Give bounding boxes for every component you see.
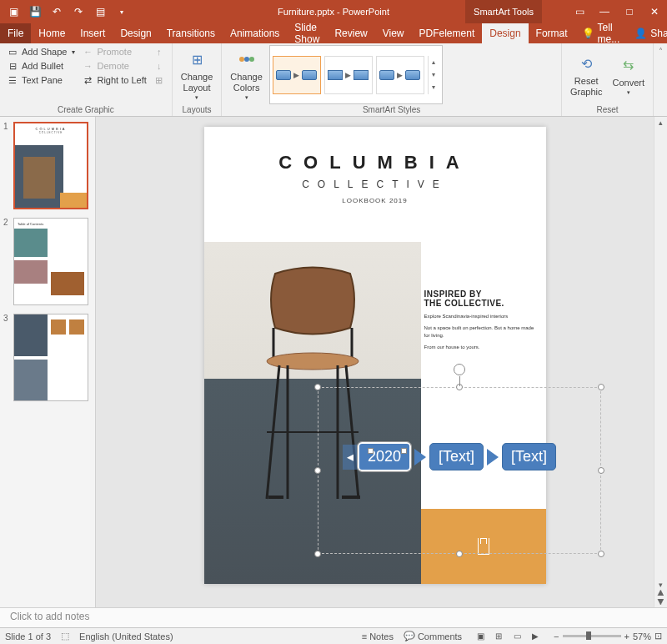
text-pane-toggle-icon[interactable]: ◂	[343, 445, 358, 470]
share-label: Share	[650, 28, 667, 39]
add-bullet-button[interactable]: ⊟Add Bullet	[5, 59, 77, 73]
redo-icon[interactable]: ↷	[70, 3, 87, 20]
title-bar: ▣ 💾 ↶ ↷ ▤ ▾ Furniture.pptx - PowerPoint …	[0, 0, 667, 23]
group-reset: ⟲ Reset Graphic ⇆ Convert ▾ Reset	[562, 43, 654, 116]
undo-icon[interactable]: ↶	[48, 3, 65, 20]
demote-button[interactable]: →Demote	[80, 59, 148, 73]
side-text-block[interactable]: INSPIRED BY THE COLLECTIVE. Explore Scan…	[424, 289, 541, 351]
smartart-style-gallery[interactable]: ▶ ▶ ▶ ▴▾▾	[269, 45, 443, 104]
style-item-3[interactable]: ▶	[376, 56, 424, 94]
maximize-icon[interactable]: □	[617, 0, 642, 23]
vertical-scrollbar[interactable]: ▴ ▾ ⯅ ⯆	[654, 117, 667, 607]
slide-thumbnail-panel[interactable]: 1 COLUMBIA COLLECTIVE 2 Table of Content…	[0, 117, 96, 607]
minimize-icon[interactable]: —	[592, 0, 617, 23]
thumbnail-2[interactable]: Table of Contents	[13, 218, 88, 305]
thumbnail-1[interactable]: COLUMBIA COLLECTIVE	[13, 122, 88, 209]
tab-pdfelement[interactable]: PDFelement	[412, 23, 483, 43]
tab-file[interactable]: File	[0, 23, 31, 43]
zoom-in-icon[interactable]: +	[624, 631, 629, 641]
right-to-left-button[interactable]: ⇄Right to Left	[80, 73, 148, 87]
thumb-number: 2	[3, 218, 10, 305]
scroll-up-icon[interactable]: ▴	[659, 118, 663, 127]
tab-animations[interactable]: Animations	[223, 23, 287, 43]
share-button[interactable]: 👤 Share	[626, 23, 667, 43]
move-down-icon: ↓	[153, 60, 165, 72]
notes-toggle[interactable]: ≡Notes	[362, 631, 394, 641]
comments-toggle[interactable]: 💬Comments	[404, 631, 462, 641]
demote-label: Demote	[97, 61, 129, 71]
window-controls: ▭ — □ ✕	[567, 0, 667, 23]
tab-home[interactable]: Home	[31, 23, 73, 43]
start-from-beginning-icon[interactable]: ▤	[92, 3, 108, 20]
change-colors-button[interactable]: Change Colors ▾	[227, 45, 266, 104]
tab-design[interactable]: Design	[113, 23, 158, 43]
close-icon[interactable]: ✕	[642, 0, 667, 23]
zoom-slider[interactable]	[563, 635, 621, 637]
move-up-button[interactable]: ↑	[152, 45, 167, 58]
quick-access-toolbar: ▣ 💾 ↶ ↷ ▤ ▾	[0, 3, 130, 20]
add-shape-button[interactable]: ▭Add Shape▾	[5, 45, 77, 58]
reading-view-icon[interactable]: ▭	[509, 630, 525, 643]
slide-subtitle[interactable]: COLLECTIVE	[204, 174, 546, 190]
scroll-down-icon[interactable]: ▾	[659, 581, 663, 589]
prev-slide-icon[interactable]: ⯅	[657, 589, 664, 597]
fit-to-window-icon[interactable]: ⊡	[654, 631, 662, 641]
normal-view-icon[interactable]: ▣	[472, 630, 489, 643]
thumbnail-3[interactable]	[13, 314, 88, 401]
smartart-node-2[interactable]: [Text]	[429, 443, 484, 470]
save-icon[interactable]: 💾	[27, 3, 43, 20]
slideshow-view-icon[interactable]: ▶	[527, 630, 544, 643]
reset-graphic-label: Reset Graphic	[570, 76, 603, 96]
slide-canvas[interactable]: COLUMBIA COLLECTIVE LOOKBOOK 2019 INSPIR…	[96, 117, 654, 607]
ribbon-options-icon[interactable]: ▭	[567, 0, 592, 23]
notes-pane[interactable]: Click to add notes	[0, 607, 667, 627]
smartart-graphic[interactable]: ◂ 2020 [Text] [Text]	[343, 437, 601, 482]
rtl-label: Right to Left	[97, 75, 146, 85]
tab-transitions[interactable]: Transitions	[159, 23, 223, 43]
lightbulb-icon: 💡	[582, 28, 594, 39]
spellcheck-icon[interactable]: ⬚	[61, 631, 69, 641]
ribbon: ▭Add Shape▾ ⊟Add Bullet ☰Text Pane ←Prom…	[0, 43, 667, 117]
tell-me-search[interactable]: 💡 Tell me...	[575, 23, 627, 43]
zoom-percent[interactable]: 57%	[633, 631, 651, 641]
next-slide-icon[interactable]: ⯆	[657, 597, 664, 606]
sorter-view-icon[interactable]: ⊞	[490, 630, 507, 643]
slide-counter[interactable]: Slide 1 of 3	[5, 631, 51, 641]
promote-button[interactable]: ←Promote	[80, 45, 148, 58]
smartart-node-3[interactable]: [Text]	[502, 443, 556, 470]
language-status[interactable]: English (United States)	[79, 631, 173, 641]
style-item-1[interactable]: ▶	[273, 56, 321, 94]
change-layout-button[interactable]: ⊞ Change Layout ▾	[178, 45, 217, 104]
layout-button[interactable]: ⊞	[152, 73, 167, 87]
view-buttons: ▣ ⊞ ▭ ▶	[472, 630, 544, 643]
qat-dropdown-icon[interactable]: ▾	[113, 3, 130, 20]
app-icon: ▣	[5, 3, 22, 20]
tab-view[interactable]: View	[375, 23, 412, 43]
tab-smartart-design[interactable]: Design	[482, 23, 528, 43]
promote-label: Promote	[97, 47, 132, 57]
status-bar: Slide 1 of 3 ⬚ English (United States) ≡…	[0, 627, 667, 644]
rotation-handle-icon[interactable]	[454, 364, 465, 375]
reset-graphic-button[interactable]: ⟲ Reset Graphic	[567, 45, 606, 104]
main-area: 1 COLUMBIA COLLECTIVE 2 Table of Content…	[0, 117, 667, 607]
slide-lookbook[interactable]: LOOKBOOK 2019	[204, 190, 546, 204]
slide-title[interactable]: COLUMBIA	[204, 127, 546, 174]
smartart-arrow-icon	[414, 449, 426, 465]
layout-dir-icon: ⊞	[153, 74, 165, 86]
style-item-2[interactable]: ▶	[324, 56, 373, 94]
tab-slideshow[interactable]: Slide Show	[287, 23, 327, 43]
tab-smartart-format[interactable]: Format	[529, 23, 575, 43]
smartart-tools-label: SmartArt Tools	[465, 0, 542, 23]
tab-review[interactable]: Review	[327, 23, 374, 43]
group-layouts: ⊞ Change Layout ▾ Layouts	[173, 43, 223, 116]
zoom-out-icon[interactable]: −	[554, 631, 559, 641]
text-pane-button[interactable]: ☰Text Pane	[5, 73, 77, 87]
group-label-layouts: Layouts	[178, 104, 217, 114]
smartart-node-1[interactable]: 2020	[358, 442, 411, 471]
side-h2: THE COLLECTIVE.	[424, 299, 541, 308]
convert-button[interactable]: ⇆ Convert ▾	[609, 45, 648, 104]
tab-insert[interactable]: Insert	[73, 23, 113, 43]
collapse-ribbon-icon[interactable]: ˄	[654, 43, 667, 116]
gallery-scroll[interactable]: ▴▾▾	[428, 56, 439, 94]
move-down-button[interactable]: ↓	[152, 59, 167, 73]
